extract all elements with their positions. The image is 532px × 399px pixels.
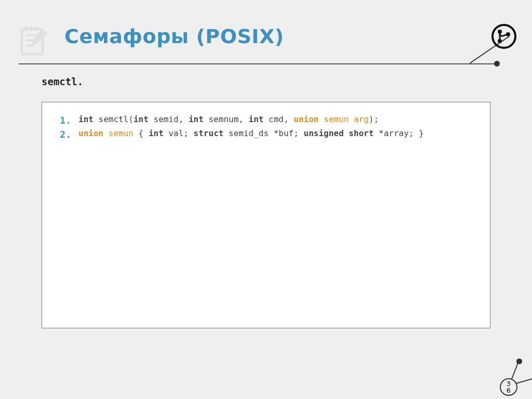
svg-rect-5 <box>30 26 32 31</box>
code-line: 2.union semun { int val; struct semid_ds… <box>54 128 476 141</box>
decoration-dot <box>516 358 522 364</box>
svg-point-10 <box>498 39 502 43</box>
line-number: 1. <box>54 114 71 127</box>
code-line: 1.int semctl(int semid, int semnum, int … <box>54 114 476 127</box>
line-number: 2. <box>54 128 71 141</box>
page-title: Семафоры (POSIX) <box>64 25 511 48</box>
page-number-decoration: 3 6 <box>500 378 517 396</box>
git-branch-icon <box>491 24 516 49</box>
page-number-bottom: 6 <box>507 387 511 394</box>
svg-point-9 <box>498 30 502 34</box>
notepad-icon <box>19 24 52 57</box>
code-text: int semctl(int semid, int semnum, int cm… <box>78 114 476 125</box>
slide-content: semctl. 1.int semctl(int semid, int semn… <box>0 48 532 328</box>
code-block: 1.int semctl(int semid, int semnum, int … <box>42 102 490 328</box>
subheading: semctl. <box>42 76 490 87</box>
code-text: union semun { int val; struct semid_ds *… <box>78 128 476 139</box>
page-number: 3 6 <box>500 378 517 396</box>
slide-header: Семафоры (POSIX) <box>0 0 532 48</box>
header-divider <box>19 63 496 64</box>
svg-rect-6 <box>35 26 37 31</box>
svg-rect-4 <box>25 26 27 31</box>
header-divider-dot <box>494 61 500 66</box>
